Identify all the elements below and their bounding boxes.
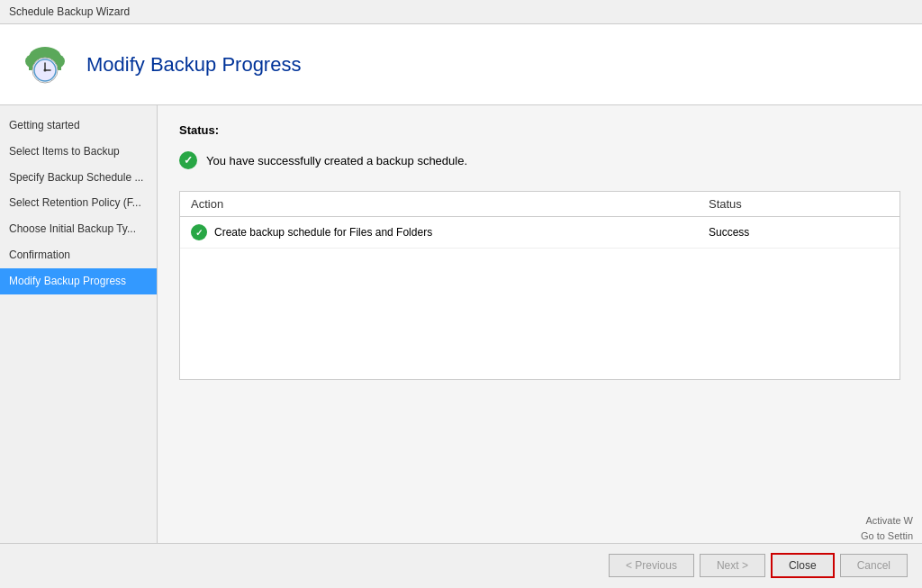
cancel-button[interactable]: Cancel (840, 554, 908, 577)
status-label: Status: (179, 123, 900, 137)
svg-point-8 (44, 68, 47, 71)
sidebar-item-modify-progress[interactable]: Modify Backup Progress (0, 268, 157, 294)
sidebar-item-specify-schedule[interactable]: Specify Backup Schedule ... (0, 165, 157, 191)
dialog-content: Getting started Select Items to Backup S… (0, 105, 922, 543)
main-panel: Status: You have successfully created a … (158, 105, 922, 543)
success-message: You have successfully created a backup s… (179, 151, 900, 169)
col-header-status: Status (709, 197, 889, 211)
row-action-text: Create backup schedule for Files and Fol… (214, 226, 432, 239)
result-table: Action Status Create backup schedule for… (179, 191, 900, 380)
sidebar-item-choose-initial[interactable]: Choose Initial Backup Ty... (0, 216, 157, 242)
sidebar-item-select-retention[interactable]: Select Retention Policy (F... (0, 190, 157, 216)
row-status-cell: Success (709, 226, 889, 239)
sidebar-item-getting-started[interactable]: Getting started (0, 113, 157, 139)
title-bar: Schedule Backup Wizard (0, 0, 922, 24)
dialog: Modify Backup Progress Getting started S… (0, 24, 922, 587)
table-header: Action Status (180, 192, 899, 217)
row-success-icon (191, 224, 207, 240)
page-title: Modify Backup Progress (86, 53, 301, 77)
dialog-header: Modify Backup Progress (0, 24, 922, 105)
sidebar: Getting started Select Items to Backup S… (0, 105, 158, 543)
row-action-cell: Create backup schedule for Files and Fol… (191, 224, 709, 240)
dialog-footer: < Previous Next > Close Cancel (0, 543, 922, 587)
success-text: You have successfully created a backup s… (206, 154, 467, 167)
success-checkmark-icon (179, 151, 197, 169)
title-bar-label: Schedule Backup Wizard (9, 5, 130, 18)
col-header-action: Action (191, 197, 709, 211)
table-row: Create backup schedule for Files and Fol… (180, 217, 899, 249)
table-body: Create backup schedule for Files and Fol… (180, 217, 899, 379)
next-button[interactable]: Next > (700, 554, 765, 577)
backup-wizard-icon (18, 38, 72, 92)
sidebar-item-select-items[interactable]: Select Items to Backup (0, 139, 157, 165)
close-button[interactable]: Close (771, 553, 835, 578)
previous-button[interactable]: < Previous (609, 554, 694, 577)
sidebar-item-confirmation[interactable]: Confirmation (0, 242, 157, 268)
activate-watermark: Activate W Go to Settin (861, 513, 913, 543)
